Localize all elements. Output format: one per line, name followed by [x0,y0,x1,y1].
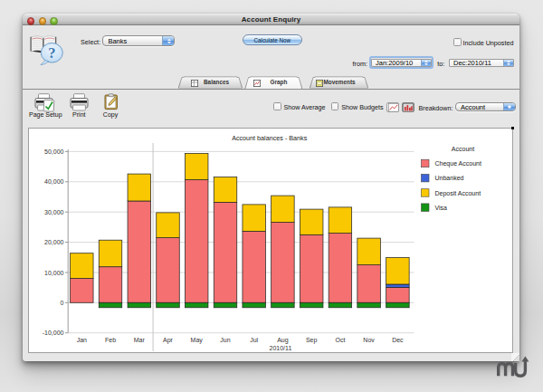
svg-text:10,000: 10,000 [44,270,64,276]
svg-text:Apr: Apr [163,337,174,344]
svg-text:-10,000: -10,000 [43,330,64,336]
svg-text:0: 0 [61,300,64,306]
svg-text:Nov: Nov [363,337,375,343]
svg-text:Account balances - Banks: Account balances - Banks [232,134,308,142]
svg-text:Sep: Sep [306,337,318,344]
svg-text:Mar: Mar [134,337,146,343]
svg-text:Dec: Dec [392,337,404,343]
svg-text:Visa: Visa [435,205,448,211]
svg-text:20,000: 20,000 [44,239,64,245]
svg-text:Account: Account [452,146,474,152]
svg-text:Cheque Account: Cheque Account [435,160,481,167]
svg-text:50,000: 50,000 [44,148,64,155]
svg-text:May: May [191,337,204,344]
svg-text:Feb: Feb [105,337,116,343]
svg-text:Jun: Jun [220,337,230,343]
svg-text:Deposit Account: Deposit Account [435,190,481,197]
svg-text:30,000: 30,000 [44,209,64,215]
svg-text:2010/11: 2010/11 [270,345,292,351]
svg-text:Unbanked: Unbanked [435,175,464,181]
svg-text:Jul: Jul [250,337,258,343]
svg-text:?: ? [48,44,55,62]
svg-text:Aug: Aug [277,337,289,344]
svg-text:Jan: Jan [77,337,87,343]
svg-text:Oct: Oct [336,337,346,343]
svg-text:40,000: 40,000 [44,178,64,185]
